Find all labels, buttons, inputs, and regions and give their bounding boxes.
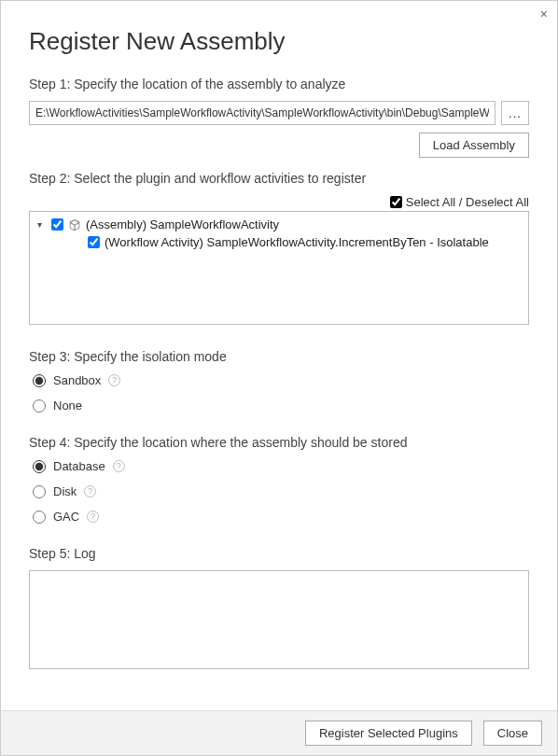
database-radio[interactable] (33, 460, 46, 473)
step5-label: Step 5: Log (29, 546, 529, 561)
radio-row-sandbox[interactable]: Sandbox ? (33, 373, 529, 387)
select-all-checkbox[interactable] (390, 196, 402, 208)
tree-row-assembly[interactable]: ▾ (Assembly) SampleWorkflowActivity (37, 217, 521, 231)
step4-label: Step 4: Specify the location where the a… (29, 435, 529, 450)
activity-checkbox[interactable] (88, 236, 100, 248)
radio-row-none[interactable]: None (33, 399, 529, 413)
step2-label: Step 2: Select the plugin and workflow a… (29, 171, 529, 186)
disk-radio[interactable] (33, 485, 46, 498)
log-textarea[interactable] (29, 570, 529, 669)
help-icon[interactable]: ? (84, 485, 96, 497)
select-all-row: Select All / Deselect All (29, 195, 529, 209)
radio-row-disk[interactable]: Disk ? (33, 484, 529, 498)
database-label: Database (53, 459, 105, 473)
close-button[interactable]: Close (483, 721, 542, 746)
radio-row-database[interactable]: Database ? (33, 459, 529, 473)
assembly-checkbox[interactable] (51, 218, 63, 231)
gac-radio[interactable] (33, 511, 46, 524)
select-all-label: Select All / Deselect All (406, 195, 529, 209)
dialog-body: Register New Assembly Step 1: Specify th… (1, 1, 557, 669)
none-radio[interactable] (33, 399, 46, 413)
help-icon[interactable]: ? (113, 460, 125, 472)
storage-radio-group: Database ? Disk ? GAC ? (33, 459, 529, 524)
tree-row-activity[interactable]: (Workflow Activity) SampleWorkflowActivi… (37, 235, 521, 249)
path-row: ... (29, 101, 529, 125)
expand-icon[interactable]: ▾ (37, 219, 47, 230)
step1-label: Step 1: Specify the location of the asse… (29, 77, 529, 91)
radio-row-gac[interactable]: GAC ? (33, 510, 529, 524)
help-icon[interactable]: ? (87, 511, 99, 523)
isolation-radio-group: Sandbox ? None (33, 373, 529, 413)
page-title: Register New Assembly (29, 27, 529, 56)
footer-bar: Register Selected Plugins Close (1, 710, 557, 755)
step3-label: Step 3: Specify the isolation mode (29, 349, 529, 364)
none-label: None (53, 399, 82, 413)
activity-tree[interactable]: ▾ (Assembly) SampleWorkflowActivity (Wor… (29, 211, 529, 325)
browse-button[interactable]: ... (501, 101, 529, 125)
tree-activity-label: (Workflow Activity) SampleWorkflowActivi… (105, 235, 489, 249)
gac-label: GAC (53, 510, 79, 524)
sandbox-label: Sandbox (53, 373, 101, 387)
register-selected-plugins-button[interactable]: Register Selected Plugins (305, 721, 472, 746)
help-icon[interactable]: ? (108, 374, 120, 386)
tree-assembly-label: (Assembly) SampleWorkflowActivity (86, 217, 279, 231)
load-assembly-button[interactable]: Load Assembly (419, 133, 529, 158)
sandbox-radio[interactable] (33, 374, 46, 387)
package-icon (68, 218, 81, 231)
disk-label: Disk (53, 484, 77, 498)
close-icon[interactable]: × (540, 7, 548, 21)
assembly-path-input[interactable] (29, 101, 495, 125)
